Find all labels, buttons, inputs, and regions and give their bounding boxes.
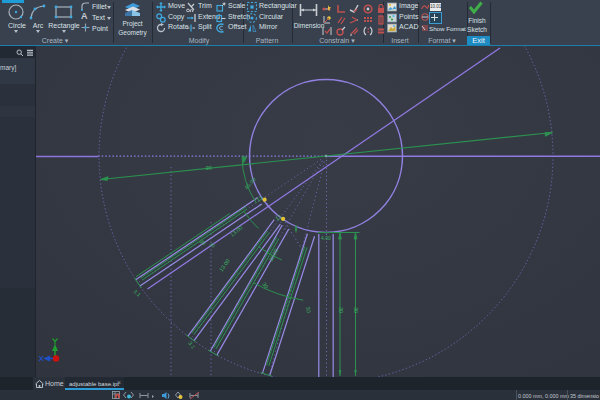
svg-text:4.00: 4.00: [321, 235, 331, 241]
svg-text:30: 30: [338, 307, 344, 313]
svg-text:90: 90: [205, 164, 212, 171]
svg-text:30: 30: [305, 306, 312, 313]
svg-text:30: 30: [353, 307, 359, 313]
